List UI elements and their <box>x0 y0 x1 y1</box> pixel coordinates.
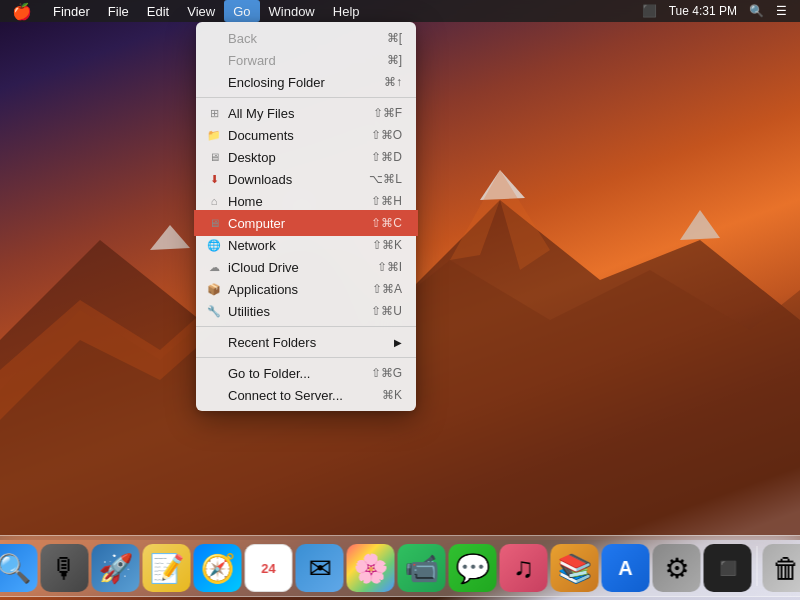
dock-item-appstore[interactable]: A <box>602 544 650 592</box>
separator-3 <box>196 357 416 358</box>
dock-item-siri[interactable]: 🎙 <box>41 544 89 592</box>
connect-server-icon <box>206 387 222 403</box>
desktop-label: Desktop <box>228 150 276 165</box>
menubar-file[interactable]: File <box>99 0 138 22</box>
documents-shortcut: ⇧⌘O <box>371 128 402 142</box>
dock-item-books[interactable]: 📚 <box>551 544 599 592</box>
forward-shortcut: ⌘] <box>387 53 402 67</box>
menu-item-downloads[interactable]: ⬇ Downloads ⌥⌘L <box>196 168 416 190</box>
utilities-label: Utilities <box>228 304 270 319</box>
menubar-help[interactable]: Help <box>324 0 369 22</box>
screen-icon[interactable]: ⬛ <box>637 4 662 18</box>
menu-item-recent-folders[interactable]: Recent Folders ▶ <box>196 331 416 353</box>
menu-item-enclosing[interactable]: Enclosing Folder ⌘↑ <box>196 71 416 93</box>
back-icon <box>206 30 222 46</box>
dock-item-photos[interactable]: 🌸 <box>347 544 395 592</box>
dock-item-launchpad[interactable]: 🚀 <box>92 544 140 592</box>
desktop: 🍎 Finder File Edit View Go Window Help ⬛… <box>0 0 800 600</box>
back-shortcut: ⌘[ <box>387 31 402 45</box>
dock-separator <box>757 546 758 586</box>
utilities-icon: 🔧 <box>206 303 222 319</box>
spotlight-icon[interactable]: 🔍 <box>744 4 769 18</box>
network-label: Network <box>228 238 276 253</box>
icloud-label: iCloud Drive <box>228 260 299 275</box>
dock-item-mail[interactable]: ✉ <box>296 544 344 592</box>
menubar: 🍎 Finder File Edit View Go Window Help ⬛… <box>0 0 800 22</box>
menubar-view[interactable]: View <box>178 0 224 22</box>
dock-item-trash[interactable]: 🗑 <box>763 544 801 592</box>
forward-icon <box>206 52 222 68</box>
apple-menu[interactable]: 🍎 <box>0 0 44 22</box>
computer-label: Computer <box>228 216 285 231</box>
menu-item-network[interactable]: 🌐 Network ⇧⌘K <box>196 234 416 256</box>
svg-marker-7 <box>450 170 550 270</box>
dock-item-itunes[interactable]: ♫ <box>500 544 548 592</box>
separator-2 <box>196 326 416 327</box>
menu-item-computer[interactable]: 🖥 Computer ⇧⌘C <box>196 212 416 234</box>
dock-item-terminal[interactable]: ⬛ <box>704 544 752 592</box>
desktop-icon: 🖥 <box>206 149 222 165</box>
network-shortcut: ⇧⌘K <box>372 238 402 252</box>
network-icon: 🌐 <box>206 237 222 253</box>
dock-item-messages[interactable]: 💬 <box>449 544 497 592</box>
icloud-shortcut: ⇧⌘I <box>377 260 402 274</box>
menubar-right: ⬛ Tue 4:31 PM 🔍 ☰ <box>637 4 800 18</box>
menubar-window[interactable]: Window <box>260 0 324 22</box>
menubar-finder[interactable]: Finder <box>44 0 99 22</box>
desktop-shortcut: ⇧⌘D <box>371 150 402 164</box>
menu-item-goto-folder[interactable]: Go to Folder... ⇧⌘G <box>196 362 416 384</box>
forward-label: Forward <box>228 53 276 68</box>
downloads-label: Downloads <box>228 172 292 187</box>
all-files-label: All My Files <box>228 106 294 121</box>
home-icon: ⌂ <box>206 193 222 209</box>
menu-item-utilities[interactable]: 🔧 Utilities ⇧⌘U <box>196 300 416 322</box>
all-files-shortcut: ⇧⌘F <box>373 106 402 120</box>
menu-item-applications[interactable]: 📦 Applications ⇧⌘A <box>196 278 416 300</box>
goto-folder-label: Go to Folder... <box>228 366 310 381</box>
utilities-shortcut: ⇧⌘U <box>371 304 402 318</box>
documents-icon: 📁 <box>206 127 222 143</box>
goto-folder-shortcut: ⇧⌘G <box>371 366 402 380</box>
submenu-arrow: ▶ <box>394 337 402 348</box>
home-shortcut: ⇧⌘H <box>371 194 402 208</box>
applications-shortcut: ⇧⌘A <box>372 282 402 296</box>
enclosing-shortcut: ⌘↑ <box>384 75 402 89</box>
svg-marker-3 <box>480 170 525 200</box>
connect-server-shortcut: ⌘K <box>382 388 402 402</box>
computer-shortcut: ⇧⌘C <box>371 216 402 230</box>
downloads-shortcut: ⌥⌘L <box>369 172 402 186</box>
notification-icon[interactable]: ☰ <box>771 4 792 18</box>
recent-folders-icon <box>206 334 222 350</box>
documents-label: Documents <box>228 128 294 143</box>
applications-icon: 📦 <box>206 281 222 297</box>
svg-marker-4 <box>680 210 720 240</box>
menu-item-all-files[interactable]: ⊞ All My Files ⇧⌘F <box>196 102 416 124</box>
applications-label: Applications <box>228 282 298 297</box>
menu-item-connect-server[interactable]: Connect to Server... ⌘K <box>196 384 416 406</box>
enclosing-icon <box>206 74 222 90</box>
menu-item-icloud[interactable]: ☁ iCloud Drive ⇧⌘I <box>196 256 416 278</box>
menubar-go[interactable]: Go <box>224 0 259 22</box>
menu-item-back[interactable]: Back ⌘[ <box>196 27 416 49</box>
menubar-edit[interactable]: Edit <box>138 0 178 22</box>
dock-item-finder[interactable]: 🔍 <box>0 544 38 592</box>
dock-item-calendar[interactable]: 24 <box>245 544 293 592</box>
go-dropdown-menu: Back ⌘[ Forward ⌘] Enclosing Folder ⌘↑ ⊞ <box>196 22 416 411</box>
menu-item-forward[interactable]: Forward ⌘] <box>196 49 416 71</box>
home-label: Home <box>228 194 263 209</box>
computer-icon: 🖥 <box>206 215 222 231</box>
recent-folders-label: Recent Folders <box>228 335 316 350</box>
svg-marker-5 <box>150 225 190 250</box>
menu-item-home[interactable]: ⌂ Home ⇧⌘H <box>196 190 416 212</box>
back-label: Back <box>228 31 257 46</box>
icloud-icon: ☁ <box>206 259 222 275</box>
menubar-left: 🍎 Finder File Edit View Go Window Help <box>0 0 369 22</box>
menu-item-documents[interactable]: 📁 Documents ⇧⌘O <box>196 124 416 146</box>
dock-item-stickies[interactable]: 📝 <box>143 544 191 592</box>
goto-folder-icon <box>206 365 222 381</box>
dock-item-safari[interactable]: 🧭 <box>194 544 242 592</box>
menu-item-desktop[interactable]: 🖥 Desktop ⇧⌘D <box>196 146 416 168</box>
dock: 🔍 🎙 🚀 📝 🧭 24 ✉ 🌸 📹 💬 ♫ 📚 A ⚙ ⬛ 🗑 <box>0 535 800 597</box>
dock-item-preferences[interactable]: ⚙ <box>653 544 701 592</box>
dock-item-facetime[interactable]: 📹 <box>398 544 446 592</box>
